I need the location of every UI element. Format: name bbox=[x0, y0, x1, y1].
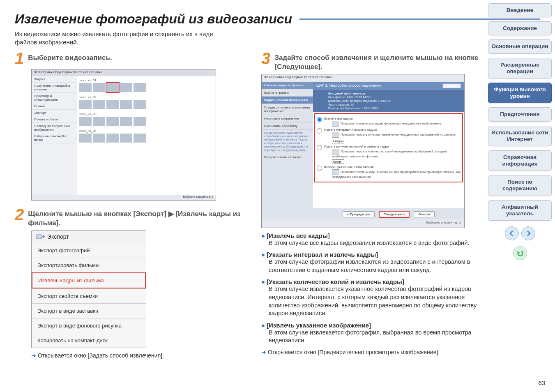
nav-advanced-ops[interactable]: Расширенные операции bbox=[488, 58, 552, 78]
nav-index[interactable]: Алфавитный указатель bbox=[488, 200, 552, 221]
zb-thumb bbox=[93, 83, 105, 92]
bullet-item: [Указать интервал и извлечь кадры] В это… bbox=[261, 251, 491, 274]
export-item[interactable]: Копировать на компакт-диск bbox=[32, 333, 146, 348]
zb-thumb-selected bbox=[106, 83, 119, 92]
wiz-buttons: < Предыдущее Следующее > Отмена bbox=[313, 208, 464, 219]
step-2: 2 Щелкните мышью на кнопках [Экспорт] ▶ … bbox=[15, 206, 245, 228]
zb-thumb bbox=[79, 100, 92, 109]
wiz-option[interactable]: Указать количество копий и извлечь кадры… bbox=[317, 145, 461, 164]
step-3-result-note: Открывается окно [Предварительно просмот… bbox=[261, 349, 491, 355]
nav-back bbox=[488, 246, 552, 260]
option-icon bbox=[332, 169, 339, 175]
nav-basic-ops[interactable]: Основные операции bbox=[488, 39, 552, 53]
wiz-option-label: Указать количество копий и извлечь кадры bbox=[324, 145, 389, 148]
side-nav: Введение Содержание Основные операции Ра… bbox=[488, 3, 552, 260]
export-item[interactable]: Экспорт свойств съемки bbox=[32, 288, 146, 303]
zb-sidebar: Задачи Получение и настройка снимков Про… bbox=[32, 76, 77, 200]
radio-copies[interactable] bbox=[317, 145, 322, 150]
wiz-options-box: Извлечь все кадрыПозволяет извлечь все к… bbox=[314, 113, 463, 182]
wiz-fileinfo: Имя файла: MVI_0678.MOV bbox=[328, 95, 449, 99]
zb-menubar: Файл Правка Вид Сервис Интернет Справка bbox=[32, 69, 216, 76]
wiz-option[interactable]: Извлечь все кадрыПозволяет извлечь все к… bbox=[317, 117, 461, 127]
zb-thumb bbox=[134, 100, 146, 109]
screenshot-wizard: Файл Правка Вид Сервис Интернет Справка … bbox=[261, 74, 465, 228]
zb-group-title: xxxx_xx_03 bbox=[79, 112, 213, 116]
next-page-icon[interactable] bbox=[521, 226, 535, 240]
nav-preferences[interactable]: Предпочтения bbox=[488, 107, 552, 121]
nav-content-search[interactable]: Поиск по содержанию bbox=[488, 175, 552, 196]
step-1: 1 Выберите видеозапись. bbox=[15, 50, 245, 67]
wiz-main: ШАГ 2: Настройте способ извлечения. Спра… bbox=[313, 82, 464, 219]
zb-thumb bbox=[120, 83, 132, 92]
wiz-option-label: Извлечь все кадры bbox=[324, 117, 353, 120]
wiz-filebox: Исходный файл фильма Имя файла: MVI_0678… bbox=[313, 90, 464, 112]
step-2-result-note: Открывается окно [Задать способ извлечен… bbox=[31, 352, 245, 359]
intro-text: Из видеозаписи можно извлекать фотографи… bbox=[15, 30, 237, 47]
wiz-option[interactable]: Указать интервал и извлечь кадрыПозволяе… bbox=[317, 128, 461, 143]
option-icon bbox=[332, 121, 339, 127]
wiz-filebox-title: Исходный файл фильма bbox=[328, 92, 449, 95]
step-3: 3 Задайте способ извлечения и щелкните м… bbox=[261, 50, 491, 71]
wiz-sidebar: Извлечь кадры из фильма Выбрать фильм За… bbox=[262, 82, 313, 219]
wiz-option[interactable]: Извлечь указанное изображениеПозволяет и… bbox=[317, 165, 461, 179]
bullet-title: [Извлечь все кадры] bbox=[261, 232, 491, 239]
wiz-option-desc: Позволяет извлечь все кадры фильма как н… bbox=[341, 122, 442, 125]
bullet-desc: В этом случае извлекается указанное коли… bbox=[269, 285, 482, 317]
svg-rect-0 bbox=[36, 235, 42, 239]
wiz-option-label: Извлечь указанное изображение bbox=[324, 165, 374, 169]
export-item[interactable]: Экспорт фотографий bbox=[32, 243, 146, 258]
prev-button[interactable]: < Предыдущее bbox=[343, 211, 375, 217]
prev-page-icon[interactable] bbox=[505, 226, 519, 240]
nav-pager bbox=[488, 226, 552, 240]
option-icon bbox=[332, 132, 339, 138]
nav-intro[interactable]: Введение bbox=[488, 3, 552, 17]
nav-high-level-functions[interactable]: Функции высокого уровня bbox=[488, 83, 552, 103]
page-title-text: Извлечение фотографий из видеозаписи bbox=[15, 12, 292, 27]
cancel-button[interactable]: Отмена bbox=[414, 211, 435, 217]
zb-thumb bbox=[134, 117, 146, 126]
wiz-step-active: Задать способ извлечения bbox=[262, 97, 313, 104]
wiz-task-title: Извлечь кадры из фильма bbox=[262, 82, 313, 89]
interval-field[interactable] bbox=[332, 139, 344, 143]
radio-interval[interactable] bbox=[317, 128, 322, 134]
export-menu-header-label: Экспорт bbox=[47, 233, 69, 240]
bullet-item: [Указать количество копий и извлечь кадр… bbox=[261, 278, 491, 317]
copies-field[interactable] bbox=[332, 159, 344, 164]
zb-side-item: Просмотр и классификация bbox=[32, 93, 77, 103]
wiz-menubar: Файл Правка Вид Сервис Интернет Справка bbox=[262, 74, 464, 82]
export-item[interactable]: Экспортировать фильмы bbox=[32, 258, 146, 272]
step-1-text: Выберите видеозапись. bbox=[28, 53, 112, 62]
bullet-item: [Извлечь указанное изображение] В этом с… bbox=[261, 322, 491, 345]
bullet-desc: В этом случае извлекается фотография, вы… bbox=[269, 329, 482, 345]
wiz-help-button[interactable]: Справка bbox=[442, 83, 461, 88]
zb-thumb bbox=[93, 100, 105, 109]
export-item[interactable]: Экспорт в виде фонового рисунка bbox=[32, 318, 146, 333]
zb-thumb bbox=[120, 117, 132, 126]
export-item-extract-frames[interactable]: Извлечь кадры из фильма bbox=[32, 272, 146, 288]
wiz-fileinfo: Размер изображения: 1920×1080 bbox=[328, 106, 449, 110]
zb-thumb bbox=[79, 83, 92, 92]
back-icon[interactable] bbox=[513, 246, 527, 260]
radio-extract-all[interactable] bbox=[317, 117, 322, 122]
page-title: Извлечение фотографий из видеозаписи bbox=[15, 12, 540, 27]
export-menu-panel: Экспорт Экспорт фотографий Экспортироват… bbox=[31, 230, 146, 348]
next-button[interactable]: Следующее > bbox=[379, 211, 410, 218]
radio-specified[interactable] bbox=[317, 166, 322, 171]
export-menu-header: Экспорт bbox=[32, 231, 146, 243]
wiz-back-main: Возврат в главное меню bbox=[262, 154, 313, 161]
zb-group-title: xxxx_xx_02 bbox=[79, 95, 213, 99]
zb-thumb bbox=[134, 83, 146, 92]
zb-thumb bbox=[79, 134, 92, 143]
nav-reference[interactable]: Справочная информация bbox=[488, 150, 552, 171]
screenshot-zoombrowser: Файл Правка Вид Сервис Интернет Справка … bbox=[31, 69, 216, 201]
wiz-step: Выбрать фильм bbox=[262, 89, 313, 97]
export-item[interactable]: Экспорт в виде заставки bbox=[32, 303, 146, 318]
zb-group-title: xxxx_xx_04 bbox=[79, 129, 213, 133]
zb-thumb bbox=[120, 134, 132, 143]
wiz-option-label: Указать интервал и извлечь кадры bbox=[324, 128, 377, 131]
step-2-number: 2 bbox=[15, 206, 24, 223]
wiz-step: Предварительно просмотреть изображение bbox=[262, 104, 313, 115]
nav-contents[interactable]: Содержание bbox=[488, 21, 552, 35]
wiz-step: Выполнить обработку bbox=[262, 122, 313, 130]
nav-internet[interactable]: Использование сети Интернет bbox=[488, 126, 552, 146]
